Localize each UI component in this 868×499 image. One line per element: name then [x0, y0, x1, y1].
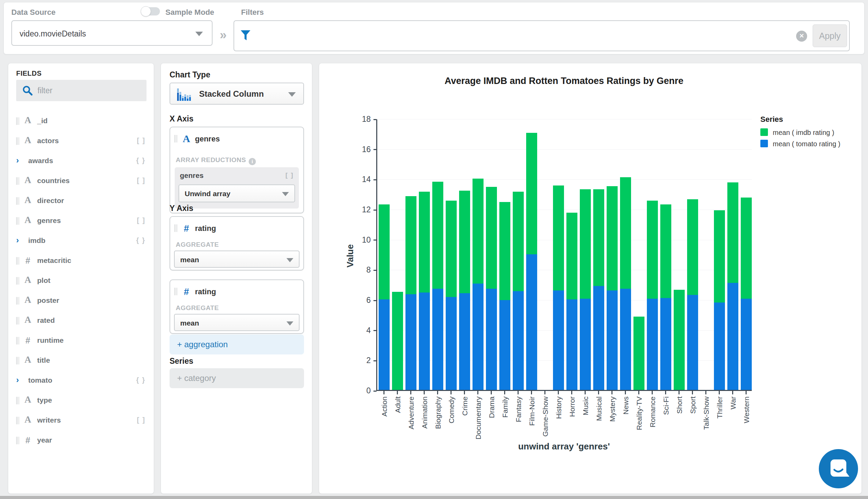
- bar-segment-History[interactable]: [553, 185, 564, 290]
- bar-segment-Crime[interactable]: [459, 191, 470, 293]
- bar-segment-Sci-Fi[interactable]: [660, 298, 671, 390]
- field-row-director[interactable]: Adirector: [8, 191, 154, 211]
- field-row-title[interactable]: Atitle: [8, 350, 154, 370]
- bar-segment-Music[interactable]: [580, 299, 591, 390]
- bar-segment-Sci-Fi[interactable]: [660, 204, 671, 298]
- drag-handle-icon[interactable]: [16, 117, 19, 125]
- chevron-right-icon[interactable]: ›: [16, 375, 19, 385]
- bar-segment-Action[interactable]: [379, 299, 390, 390]
- field-row-metacritic[interactable]: #metacritic: [8, 251, 154, 270]
- bar-segment-Short[interactable]: [674, 290, 685, 390]
- bar-segment-Drama[interactable]: [486, 187, 497, 289]
- bar-segment-Comedy[interactable]: [446, 201, 457, 297]
- field-row-imdb[interactable]: ›imdb{ }: [8, 231, 154, 251]
- field-row-tomato[interactable]: ›tomato{ }: [8, 370, 154, 390]
- chevron-right-icon[interactable]: ›: [16, 235, 19, 245]
- bar-segment-Musical[interactable]: [593, 189, 604, 286]
- drag-handle-icon[interactable]: [16, 337, 19, 344]
- bar-segment-Crime[interactable]: [459, 293, 470, 390]
- add-aggregation-button[interactable]: + aggregation: [170, 335, 304, 354]
- info-icon[interactable]: i: [249, 158, 256, 165]
- y-axis-field-card[interactable]: # rating AGGREGATE mean: [170, 216, 304, 270]
- drag-handle-icon[interactable]: [16, 417, 19, 424]
- bar-segment-Comedy[interactable]: [446, 297, 457, 390]
- bar-segment-Adult[interactable]: [392, 292, 403, 390]
- y-axis-field-card[interactable]: # rating AGGREGATE mean: [170, 279, 304, 334]
- bar-segment-Western[interactable]: [741, 198, 752, 299]
- field-row-_id[interactable]: A_id: [8, 111, 154, 131]
- bar-segment-War[interactable]: [727, 283, 738, 390]
- clear-filter-icon[interactable]: ✕: [796, 31, 807, 42]
- bar-segment-Thriller[interactable]: [714, 302, 725, 390]
- field-row-actors[interactable]: Aactors[ ]: [8, 131, 154, 151]
- bar-segment-Sport[interactable]: [687, 295, 698, 390]
- chevron-right-icon[interactable]: ›: [16, 156, 19, 165]
- chat-launcher-button[interactable]: [819, 449, 858, 488]
- drag-handle-icon[interactable]: [16, 197, 19, 205]
- bar-segment-Romance[interactable]: [647, 299, 658, 390]
- bar-segment-Reality-TV[interactable]: [633, 317, 644, 390]
- drag-handle-icon[interactable]: [16, 257, 19, 265]
- drag-handle-icon[interactable]: [16, 177, 19, 185]
- bar-segment-Horror[interactable]: [566, 299, 577, 390]
- bar-segment-Adventure[interactable]: [405, 294, 416, 390]
- chart-type-select[interactable]: Stacked Column: [170, 83, 304, 105]
- bar-segment-Fantasy[interactable]: [513, 291, 524, 390]
- field-filter-input[interactable]: [37, 82, 141, 99]
- bar-segment-Western[interactable]: [741, 299, 752, 390]
- bar-segment-Thriller[interactable]: [714, 210, 725, 302]
- bar-segment-Fantasy[interactable]: [513, 192, 524, 291]
- field-row-genres[interactable]: Agenres[ ]: [8, 211, 154, 231]
- field-row-writers[interactable]: Awriters[ ]: [8, 410, 154, 430]
- add-category-button[interactable]: + category: [170, 368, 304, 388]
- bar-segment-Music[interactable]: [580, 189, 591, 299]
- aggregate-select[interactable]: mean: [174, 314, 300, 331]
- bar-segment-Biography[interactable]: [432, 182, 443, 289]
- bar-segment-Documentary[interactable]: [473, 179, 484, 284]
- bar-segment-Documentary[interactable]: [473, 284, 484, 390]
- field-row-type[interactable]: Atype: [8, 390, 154, 410]
- field-row-plot[interactable]: Aplot: [8, 270, 154, 290]
- bar-segment-Adventure[interactable]: [405, 196, 416, 294]
- drag-handle-icon[interactable]: [174, 288, 177, 295]
- bar-segment-Sport[interactable]: [687, 199, 698, 295]
- sample-mode-toggle[interactable]: [141, 7, 160, 15]
- bar-segment-Drama[interactable]: [486, 289, 497, 390]
- bar-segment-War[interactable]: [727, 182, 738, 283]
- reduction-select[interactable]: Unwind array: [178, 184, 295, 202]
- bar-segment-Animation[interactable]: [419, 293, 430, 390]
- bar-segment-Film-Noir[interactable]: [526, 133, 537, 254]
- bar-segment-Family[interactable]: [499, 202, 510, 300]
- field-row-countries[interactable]: Acountries[ ]: [8, 171, 154, 191]
- field-row-rated[interactable]: Arated: [8, 310, 154, 330]
- bar-segment-Romance[interactable]: [647, 201, 658, 299]
- drag-handle-icon[interactable]: [16, 137, 19, 145]
- drag-handle-icon[interactable]: [16, 317, 19, 325]
- field-row-runtime[interactable]: #runtime: [8, 330, 154, 350]
- bar-segment-News[interactable]: [620, 289, 631, 390]
- apply-button[interactable]: Apply: [813, 24, 847, 47]
- aggregate-select[interactable]: mean: [174, 251, 300, 268]
- field-row-awards[interactable]: ›awards{ }: [8, 151, 154, 171]
- bar-segment-Animation[interactable]: [419, 192, 430, 293]
- bar-segment-Mystery[interactable]: [607, 290, 618, 390]
- drag-handle-icon[interactable]: [174, 135, 177, 142]
- bar-segment-Action[interactable]: [379, 204, 390, 299]
- bar-segment-Mystery[interactable]: [607, 186, 618, 290]
- bar-segment-Film-Noir[interactable]: [526, 254, 537, 390]
- bar-segment-Horror[interactable]: [566, 213, 577, 299]
- horizontal-scrollbar[interactable]: [0, 496, 868, 499]
- field-row-year[interactable]: #year: [8, 430, 154, 450]
- bar-segment-History[interactable]: [553, 290, 564, 390]
- drag-handle-icon[interactable]: [16, 357, 19, 364]
- drag-handle-icon[interactable]: [16, 397, 19, 404]
- drag-handle-icon[interactable]: [16, 437, 19, 444]
- bar-segment-Biography[interactable]: [432, 289, 443, 390]
- filter-input[interactable]: [256, 24, 792, 48]
- drag-handle-icon[interactable]: [16, 277, 19, 285]
- bar-segment-Musical[interactable]: [593, 286, 604, 390]
- drag-handle-icon[interactable]: [174, 224, 177, 232]
- field-row-poster[interactable]: Aposter: [8, 290, 154, 310]
- bar-segment-News[interactable]: [620, 177, 631, 289]
- x-axis-field-card[interactable]: A genres ARRAY REDUCTIONSi genres [ ] Un…: [170, 127, 304, 213]
